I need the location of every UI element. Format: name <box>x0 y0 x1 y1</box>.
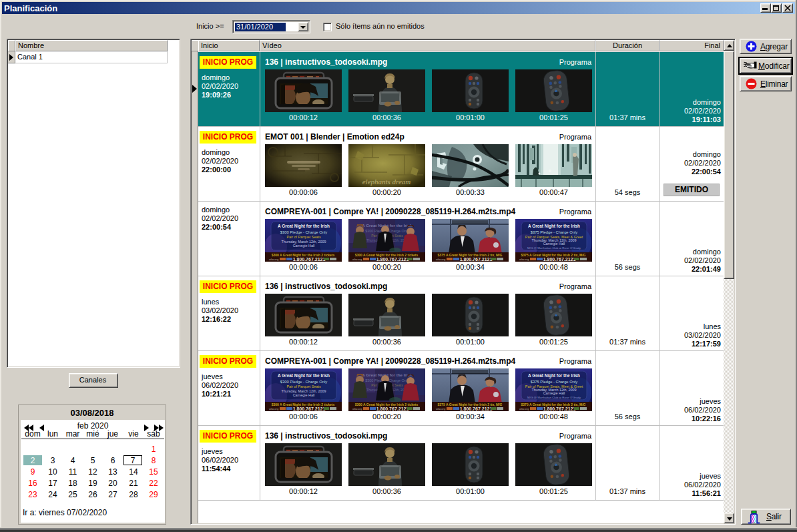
svg-text:wliw.org: wliw.org <box>352 258 362 261</box>
svg-text:A Great Night for the Irish: A Great Night for the Irish <box>278 224 330 229</box>
svg-text:Carnegie Hall: Carnegie Hall <box>293 393 315 397</box>
svg-text:Pair of Parquet Seats: Pair of Parquet Seats <box>286 384 321 388</box>
svg-text:Carnegie Hall: Carnegie Hall <box>293 244 315 248</box>
svg-text:A Great Night for the Irish: A Great Night for the Irish <box>528 373 580 378</box>
svg-text:1.800.767.2121: 1.800.767.2121 <box>293 407 326 411</box>
svg-text:wliw.org: wliw.org <box>269 258 278 261</box>
svg-text:$300 Pledge - Charge Only: $300 Pledge - Charge Only <box>280 230 327 234</box>
svg-text:1.800.767.2121: 1.800.767.2121 <box>376 257 409 262</box>
svg-text:1.800.767.2121: 1.800.767.2121 <box>543 407 576 411</box>
svg-text:elephants dream: elephants dream <box>362 178 411 186</box>
svg-text:1.800.767.2121: 1.800.767.2121 <box>293 257 326 262</box>
svg-text:1.800.767.2121: 1.800.767.2121 <box>376 407 409 411</box>
svg-text:wliw.org: wliw.org <box>436 407 445 411</box>
svg-text:A Great Night for the Irish: A Great Night for the Irish <box>278 373 330 378</box>
svg-text:$300 Pledge - Charge Only: $300 Pledge - Charge Only <box>280 380 327 384</box>
svg-text:wliw.org: wliw.org <box>352 407 362 411</box>
svg-text:Carnegie Hall: Carnegie Hall <box>543 242 565 246</box>
svg-text:wliw.org: wliw.org <box>519 407 529 411</box>
svg-text:Carnegie Hall: Carnegie Hall <box>543 391 565 395</box>
svg-text:1.800.767.2121: 1.800.767.2121 <box>543 257 576 262</box>
svg-text:M/G @ Manhattan Club at Rose O: M/G @ Manhattan Club at Rose O'Grady <box>527 396 581 399</box>
svg-text:$375 Pledge - Charge Only: $375 Pledge - Charge Only <box>531 380 577 384</box>
svg-text:1.800.767.2121: 1.800.767.2121 <box>460 257 493 262</box>
svg-text:$375 Pledge - Charge Only: $375 Pledge - Charge Only <box>531 230 577 234</box>
svg-text:1.800.767.2121: 1.800.767.2121 <box>460 407 493 411</box>
svg-text:wliw.org: wliw.org <box>269 407 278 411</box>
svg-text:wliw.org: wliw.org <box>436 258 445 261</box>
svg-text:M/G @ Manhattan Club at Rose O: M/G @ Manhattan Club at Rose O'Grady <box>527 246 581 250</box>
svg-text:A Great Night for the Irish: A Great Night for the Irish <box>528 224 580 229</box>
svg-text:wliw.org: wliw.org <box>519 258 529 261</box>
svg-text:Pair of Parquet Seats: Pair of Parquet Seats <box>286 235 321 239</box>
